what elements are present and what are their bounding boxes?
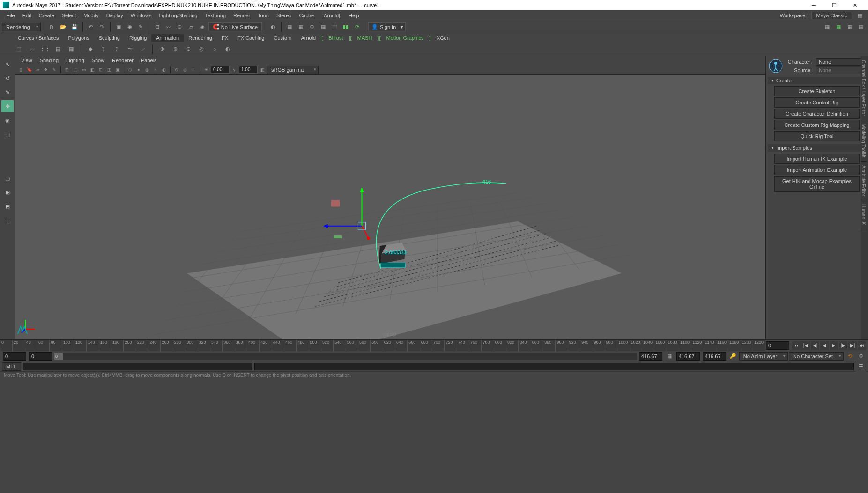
ipr-render-icon[interactable]: ▦ (296, 22, 306, 32)
vp-film-gate-icon[interactable]: ⬚ (72, 66, 79, 74)
range-end2-field[interactable] (703, 352, 726, 361)
range-handle[interactable]: 0 (54, 353, 63, 360)
tab-mash[interactable]: MASH (353, 34, 377, 42)
ipr-pause-icon[interactable]: ▮▮ (341, 22, 351, 32)
vp-gamma-icon[interactable]: γ (230, 66, 238, 74)
create-section-header[interactable]: Create (768, 77, 866, 84)
tab-rendering[interactable]: Rendering (184, 34, 217, 42)
play-forward-button[interactable]: ▶ (830, 341, 838, 350)
ipr-refresh-icon[interactable]: ⟳ (352, 22, 362, 32)
tab-rigging[interactable]: Rigging (125, 34, 151, 42)
shelf-tangent2-icon[interactable]: ⤴ (111, 44, 122, 55)
btn-importhumanikexample[interactable]: Import Human IK Example (774, 154, 860, 164)
vp-exposure-icon[interactable]: ☀ (202, 66, 210, 74)
menu-modify[interactable]: Modify (80, 12, 102, 19)
shelf-trax-icon[interactable]: ▤ (52, 44, 64, 55)
shelf-constraint6-icon[interactable]: ◐ (222, 44, 233, 55)
tab-arnold[interactable]: Arnold (296, 34, 320, 42)
snap-point-icon[interactable]: ⊙ (175, 22, 185, 32)
vp-menu-show[interactable]: Show (89, 57, 108, 64)
vp-shaded-icon[interactable]: ● (135, 66, 142, 74)
paint-tool[interactable]: ✎ (1, 86, 14, 98)
character-dropdown[interactable]: None (816, 58, 866, 66)
live-surface-field[interactable]: 🧲No Live Surface (208, 22, 262, 31)
playback-end-field[interactable] (639, 352, 662, 361)
shelf-tangent3-icon[interactable]: 〜 (124, 44, 135, 55)
step-forward-key-button[interactable]: ▶| (848, 341, 857, 350)
workspace-dropdown[interactable]: Maya Classic (811, 12, 852, 19)
select-tool[interactable]: ↖ (1, 58, 14, 70)
select-mode-icon[interactable]: ▣ (113, 22, 124, 32)
vp-shadows-icon[interactable]: ◐ (160, 66, 168, 74)
open-scene-icon[interactable]: 📂 (58, 22, 68, 32)
tab-curvessurfaces[interactable]: Curves / Surfaces (13, 34, 63, 42)
vp-grease-icon[interactable]: ✎ (51, 66, 58, 74)
rotate-tool[interactable]: ◉ (1, 114, 14, 126)
render-region-icon[interactable]: ⬚ (329, 22, 340, 32)
tab-animation[interactable]: Animation (151, 34, 184, 42)
menu-windows[interactable]: Windows (127, 12, 156, 19)
viewport-3d[interactable]: 416 (15, 75, 765, 339)
menu-file[interactable]: File (3, 12, 19, 19)
maximize-button[interactable]: ☐ (824, 0, 845, 10)
layout-stack-icon[interactable]: ⊟ (1, 200, 14, 213)
btn-createskeleton[interactable]: Create Skeleton (774, 86, 860, 96)
btn-quickrigtool[interactable]: Quick Rig Tool (774, 131, 860, 141)
vp-textured-icon[interactable]: ◍ (143, 66, 151, 74)
menu-help[interactable]: Help (345, 12, 363, 19)
tab-fxcaching[interactable]: FX Caching (233, 34, 269, 42)
history-toggle-icon[interactable]: ◐ (268, 22, 278, 32)
workspace-icon[interactable]: ▦ (855, 10, 865, 21)
go-start-button[interactable]: ⏮ (792, 341, 801, 350)
range-start-field[interactable] (3, 352, 26, 361)
layout-single-icon[interactable]: ▢ (1, 172, 14, 184)
command-input[interactable] (23, 363, 252, 370)
time-slider[interactable]: 0204060801001201401601802002202402602803… (0, 339, 868, 351)
move-tool[interactable]: ✥ (1, 100, 14, 112)
vtab-attribute-editor[interactable]: Attribute Editor (861, 162, 867, 200)
btn-createcontrolrig[interactable]: Create Control Rig (774, 97, 860, 108)
btn-createcharacterdefinition[interactable]: Create Character Definition (774, 109, 860, 119)
tab-xgen[interactable]: XGen (432, 34, 454, 42)
step-back-key-button[interactable]: |◀ (801, 341, 810, 350)
menu-display[interactable]: Display (103, 12, 127, 19)
sidebar-toggle-1-icon[interactable]: ▦ (822, 22, 832, 32)
shelf-constraint2-icon[interactable]: ⊗ (170, 44, 181, 55)
tab-polygons[interactable]: Polygons (63, 34, 94, 42)
menu-toon[interactable]: Toon (254, 12, 273, 19)
save-scene-icon[interactable]: 💾 (69, 22, 80, 32)
shelf-constraint1-icon[interactable]: ⊕ (156, 44, 168, 55)
render-globals-icon[interactable]: ▦ (318, 22, 328, 32)
menu-create[interactable]: Create (35, 12, 58, 19)
go-end-button[interactable]: ⏭ (858, 341, 866, 350)
shelf-dope-icon[interactable]: ⋮⋮ (39, 44, 51, 55)
vp-gate-mask-icon[interactable]: ◧ (89, 66, 96, 74)
render-frame-icon[interactable]: ▦ (284, 22, 295, 32)
redo-icon[interactable]: ↷ (97, 22, 107, 32)
vtab-modeling-toolkit[interactable]: Modeling Toolkit (861, 120, 867, 162)
shelf-graph-icon[interactable]: 〰 (26, 44, 37, 55)
vp-grid-icon[interactable]: ⊞ (63, 66, 71, 74)
snap-plane-icon[interactable]: ▱ (186, 22, 196, 32)
menu-arnold[interactable]: [Arnold] (319, 12, 344, 19)
new-scene-icon[interactable]: 🗋 (47, 22, 57, 32)
menu-stereo[interactable]: Stereo (273, 12, 295, 19)
vtab-humanik[interactable]: Human IK (861, 200, 867, 229)
vp-isolate-icon[interactable]: ⊙ (173, 66, 180, 74)
vp-2d-pan-icon[interactable]: ✥ (42, 66, 50, 74)
sign-in-button[interactable]: 👤Sign In (368, 22, 406, 31)
vp-xray-icon[interactable]: ◎ (181, 66, 189, 74)
vp-camera-select-icon[interactable]: ▯ (17, 66, 24, 74)
sidebar-toggle-2-icon[interactable]: ▦ (833, 22, 844, 32)
vp-menu-lighting[interactable]: Lighting (63, 57, 88, 64)
vp-colorspace-dropdown[interactable]: sRGB gamma (267, 66, 319, 74)
layout-four-icon[interactable]: ⊞ (1, 186, 14, 199)
sidebar-toggle-3-icon[interactable]: ▦ (845, 22, 855, 32)
menu-edit[interactable]: Edit (19, 12, 35, 19)
snap-live-icon[interactable]: ◈ (197, 22, 208, 32)
tab-bifrost[interactable]: Bifrost (324, 34, 348, 42)
vp-lights-icon[interactable]: ☼ (152, 66, 159, 74)
lasso-select-icon[interactable]: ◉ (125, 22, 135, 32)
vp-image-plane-icon[interactable]: ▱ (34, 66, 41, 74)
vp-view-transform-icon[interactable]: ◧ (259, 66, 266, 74)
